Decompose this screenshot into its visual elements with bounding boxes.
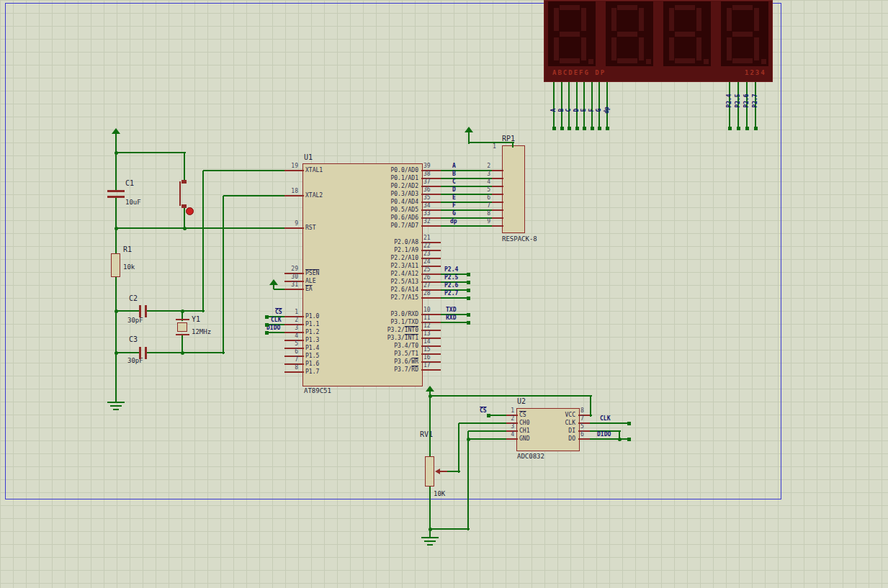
wire[interactable]: [447, 471, 460, 472]
wire-terminal[interactable]: [754, 127, 758, 130]
pin-name: VCC: [537, 412, 575, 419]
wire-terminal[interactable]: [606, 127, 609, 130]
wire-terminal[interactable]: [575, 127, 579, 130]
wire[interactable]: [512, 143, 513, 148]
power-terminal-stem: [468, 132, 470, 137]
wire-terminal[interactable]: [560, 127, 564, 130]
wire-terminal[interactable]: [737, 127, 740, 130]
wire-terminal[interactable]: [552, 127, 556, 130]
capacitor-c2-plate[interactable]: [145, 305, 147, 317]
pin-number: 8: [580, 407, 584, 415]
seven-seg-segment: [611, 8, 616, 31]
wire[interactable]: [147, 310, 205, 312]
seven-seg-segment: [669, 37, 674, 60]
wire[interactable]: [439, 225, 493, 227]
wire[interactable]: [468, 438, 508, 440]
u2-ref: U2: [517, 397, 526, 405]
wire[interactable]: [184, 153, 185, 182]
capacitor-c3-plate[interactable]: [145, 347, 147, 359]
wire-terminal[interactable]: [467, 289, 470, 292]
seven-seg-dp: [646, 59, 651, 64]
capacitor-c3-plate[interactable]: [139, 347, 141, 359]
wire[interactable]: [115, 138, 117, 191]
wire[interactable]: [588, 422, 629, 424]
wire[interactable]: [458, 423, 459, 473]
pin-number: 22: [423, 243, 431, 250]
display-segment-pin-label: A: [550, 96, 557, 125]
wire-terminal[interactable]: [591, 127, 594, 130]
wire[interactable]: [115, 277, 117, 403]
rp1-respack-body[interactable]: [502, 145, 525, 233]
pin-name: P1.0: [305, 313, 319, 320]
wire-terminal[interactable]: [467, 313, 470, 317]
component-pin: [284, 371, 304, 373]
capacitor-c1-plate[interactable]: [107, 196, 125, 198]
wire-terminal[interactable]: [467, 321, 470, 325]
wire[interactable]: [202, 171, 204, 312]
wire[interactable]: [439, 322, 468, 323]
wire-terminal[interactable]: [598, 127, 601, 130]
resistor-r1-body[interactable]: [111, 253, 120, 277]
r1-ref: R1: [123, 245, 132, 253]
seven-seg-segment: [727, 8, 732, 31]
wire[interactable]: [588, 438, 629, 440]
wire[interactable]: [147, 352, 225, 353]
wire-terminal[interactable]: [467, 273, 470, 276]
wire-terminal[interactable]: [265, 315, 269, 319]
wire-terminal[interactable]: [568, 127, 571, 130]
wire-terminal[interactable]: [745, 127, 749, 130]
schematic-canvas[interactable]: ABCDEFG DP 1234 U1 AT89C51 RP1 RESPACK-8…: [0, 0, 888, 588]
wire[interactable]: [430, 528, 470, 530]
wire[interactable]: [469, 142, 514, 143]
pin-number: 25: [423, 266, 431, 273]
wire[interactable]: [116, 352, 140, 353]
wire[interactable]: [203, 170, 286, 171]
pin-number: 35: [423, 194, 431, 202]
wire-terminal[interactable]: [627, 422, 631, 425]
reset-button-bar[interactable]: [179, 181, 181, 206]
wire[interactable]: [116, 227, 286, 229]
ground-icon[interactable]: [421, 537, 439, 538]
r1-value: 10k: [123, 263, 135, 271]
pin-number: 34: [423, 202, 431, 209]
wire-terminal[interactable]: [728, 127, 732, 130]
ground-icon[interactable]: [107, 402, 125, 403]
wire[interactable]: [590, 396, 591, 417]
wire-terminal[interactable]: [265, 323, 269, 327]
pin-number: 4: [500, 431, 514, 438]
net-label: P2.7: [444, 290, 458, 297]
seven-seg-segment: [675, 32, 695, 37]
wire-terminal[interactable]: [583, 127, 586, 130]
wire-terminal[interactable]: [487, 414, 490, 417]
wire[interactable]: [223, 195, 286, 196]
display-segment-pin-label: G: [596, 96, 603, 125]
capacitor-c1-plate[interactable]: [107, 190, 125, 192]
pin-name: P1.1: [305, 321, 319, 328]
wire[interactable]: [223, 196, 224, 354]
pin-name: P2.6/A14: [330, 286, 418, 294]
pin-name: P3.7/RD: [330, 366, 418, 374]
power-terminal-stem: [115, 133, 117, 138]
capacitor-c2-plate[interactable]: [139, 305, 141, 317]
pin-name: P3.5/T1: [330, 350, 418, 358]
wire-terminal[interactable]: [467, 281, 470, 284]
wire-terminal[interactable]: [467, 297, 470, 300]
wire[interactable]: [116, 152, 186, 153]
wire-terminal[interactable]: [627, 438, 631, 441]
wire-terminal[interactable]: [265, 331, 269, 335]
wire[interactable]: [467, 439, 469, 530]
pin-name: P2.1/A9: [330, 247, 418, 254]
pin-name: P3.4/T0: [330, 343, 418, 350]
seven-seg-segment: [560, 5, 580, 10]
c2-value: 30pF: [127, 317, 143, 324]
junction-dot: [618, 438, 622, 441]
reset-button-cap[interactable]: [186, 207, 194, 215]
wire[interactable]: [116, 310, 140, 312]
pin-number: 31: [278, 281, 298, 289]
wire[interactable]: [429, 396, 431, 458]
wire[interactable]: [430, 395, 592, 397]
wire[interactable]: [439, 297, 468, 299]
crystal-y1-body[interactable]: [177, 322, 187, 332]
seven-seg-segment: [560, 58, 580, 63]
pot-rv1-body[interactable]: [425, 456, 434, 487]
